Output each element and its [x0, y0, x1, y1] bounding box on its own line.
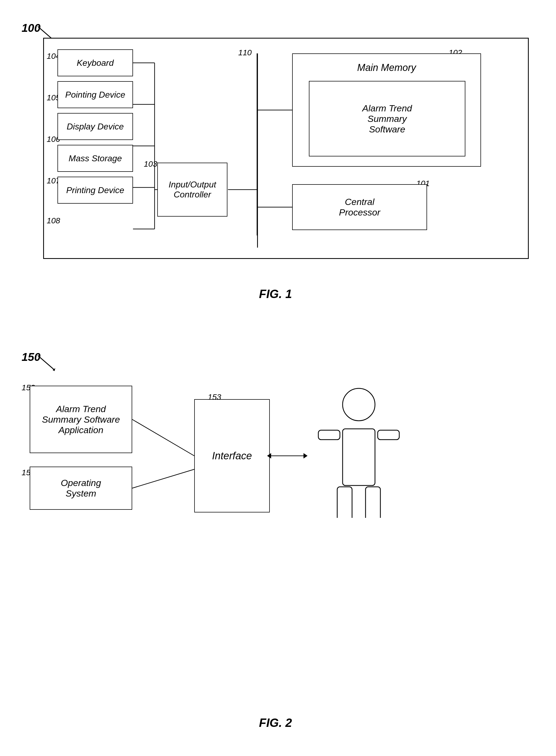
main-memory-text: Main Memory	[293, 62, 481, 73]
fig2-interface-box: Interface	[194, 399, 270, 512]
fig2-person-figure	[291, 383, 426, 518]
mass-storage-box: Mass Storage	[58, 145, 133, 172]
main-memory-box: Main Memory 111 Alarm TrendSummarySoftwa…	[292, 53, 481, 167]
svg-rect-17	[318, 430, 340, 440]
fig2-left-boxes: Alarm TrendSummary SoftwareApplication O…	[30, 386, 132, 510]
svg-marker-14	[53, 368, 55, 371]
svg-line-22	[132, 469, 194, 488]
svg-rect-19	[337, 487, 352, 518]
display-device-box: Display Device	[58, 113, 133, 140]
fig1-bus-line	[257, 53, 258, 248]
fig1-io-label: 103	[144, 159, 157, 169]
svg-rect-20	[366, 487, 380, 518]
fig1-diagram-label: 100	[22, 22, 40, 35]
fig1-caption: FIG. 1	[259, 287, 292, 301]
keyboard-box: Keyboard	[58, 49, 133, 76]
fig2-app-box: Alarm TrendSummary SoftwareApplication	[30, 386, 132, 453]
central-processor-box: CentralProcessor	[292, 184, 427, 230]
printing-device-box: Printing Device	[58, 177, 133, 204]
fig2-diagram-label: 150	[22, 351, 40, 364]
svg-rect-18	[378, 430, 399, 440]
svg-line-21	[132, 420, 194, 456]
pointing-device-box: Pointing Device	[58, 81, 133, 108]
fig2-diagram: 150 152 151 Alarm TrendSummary SoftwareA…	[22, 351, 534, 715]
io-controller-box: Input/OutputController	[157, 163, 228, 217]
fig1-bus-label: 110	[238, 48, 252, 57]
fig1-left-boxes: Keyboard Pointing Device Display Device …	[58, 49, 133, 204]
svg-rect-16	[343, 429, 375, 485]
fig1-printing-label: 108	[47, 216, 60, 225]
fig2-os-box: OperatingSystem	[30, 467, 132, 510]
fig2-caption: FIG. 2	[259, 716, 292, 729]
fig1-diagram: 100 110 104 105 106 107 108 Keyboard Poi…	[22, 22, 534, 264]
fig1-outer-box: 110 104 105 106 107 108 Keyboard Pointin…	[43, 38, 529, 259]
ats-software-box: Alarm TrendSummarySoftware	[309, 81, 465, 156]
svg-point-15	[343, 388, 375, 421]
